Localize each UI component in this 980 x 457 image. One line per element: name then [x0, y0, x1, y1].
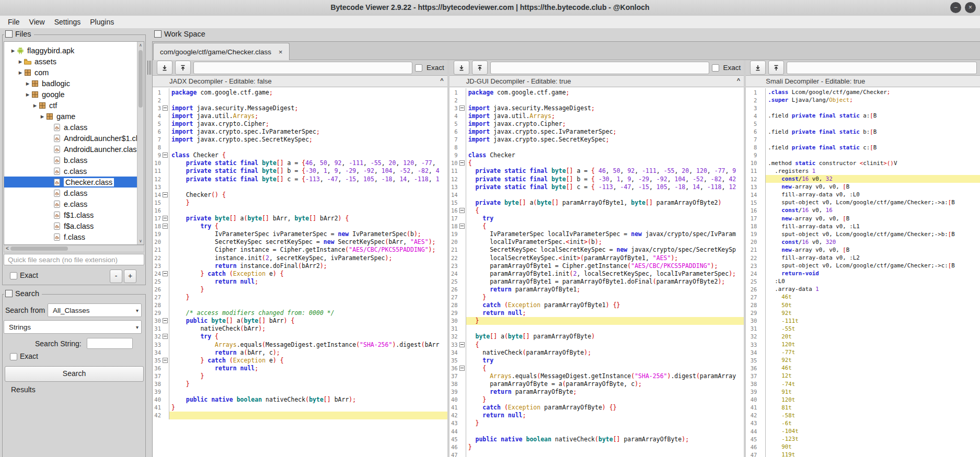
tree-item-d-class[interactable]: d.class — [4, 188, 137, 198]
code-line[interactable]: 23 return instance.doFinal(bArr2); — [153, 262, 447, 269]
code-editor-smali[interactable]: 1.class Lcom/google/ctf/game/Checker;2.s… — [746, 87, 980, 457]
pane-search-input[interactable] — [490, 62, 709, 74]
tree-item-com[interactable]: ▶com — [4, 67, 137, 78]
code-line[interactable]: 46 90t — [746, 443, 980, 451]
code-line[interactable]: 19 IvParameterSpec ivParameterSpec = new… — [153, 230, 447, 238]
search-string-input[interactable] — [87, 338, 133, 349]
code-line[interactable]: 24 return-void — [746, 269, 980, 277]
code-line[interactable]: 10{ — [449, 159, 744, 167]
tree-item-game[interactable]: ▶game — [4, 111, 137, 122]
code-line[interactable]: 29 92t — [746, 309, 980, 317]
tree-item-checker-class[interactable]: Checker.class — [4, 177, 144, 188]
code-line[interactable]: 45 public native boolean nativeCheck(byt… — [449, 435, 744, 443]
code-line[interactable]: 23 sput-object v0, Lcom/google/ctf/game/… — [746, 262, 980, 269]
code-line[interactable]: 2 — [153, 96, 447, 104]
code-line[interactable]: 41 81t — [746, 404, 980, 412]
fold-icon[interactable] — [163, 216, 168, 221]
code-line[interactable]: 22 instance.init(2, secretKeySpec, ivPar… — [153, 254, 447, 262]
expander-icon[interactable]: ▶ — [39, 114, 45, 119]
code-line[interactable]: 31 -55t — [746, 325, 980, 333]
code-line[interactable]: 1package com.google.ctf.game; — [153, 88, 447, 96]
code-line[interactable]: 39 — [153, 388, 447, 396]
code-line[interactable]: 31 nativeCheck(bArr); — [153, 325, 447, 333]
code-line[interactable]: 33 Arrays.equals(MessageDigest.getInstan… — [153, 341, 447, 348]
scroll-up-icon[interactable]: ∧ — [137, 42, 144, 49]
code-line[interactable]: 5import javax.crypto.Cipher; — [153, 120, 447, 127]
tree-item-e-class[interactable]: e.class — [4, 198, 137, 209]
tree-item-androidlauncher-1-class[interactable]: AndroidLauncher$1.class — [4, 133, 137, 144]
fold-icon[interactable] — [163, 358, 168, 363]
code-line[interactable]: 4.field private final static a:[B — [746, 112, 980, 120]
code-line[interactable]: 11 private static final byte[] a = { 46,… — [449, 167, 744, 175]
code-line[interactable]: 9class Checker { — [153, 151, 447, 159]
file-tree[interactable]: g.classf.classf$a.classf$1.classe.classd… — [4, 41, 144, 245]
code-line[interactable]: 26 return paramArrayOfByte1; — [449, 285, 744, 293]
scroll-down-icon[interactable]: ∨ — [137, 238, 144, 244]
code-line[interactable]: 11 .registers 1 — [746, 167, 980, 175]
code-line[interactable]: 5import javax.crypto.Cipher; — [449, 120, 744, 127]
scroll-left-icon[interactable]: < — [4, 245, 10, 252]
code-line[interactable]: 28 catch (Exception paramArrayOfByte1) {… — [449, 301, 744, 309]
code-line[interactable]: 29 /* access modifiers changed from: 000… — [153, 309, 447, 317]
close-icon[interactable]: × — [965, 2, 976, 13]
tab-close-icon[interactable]: × — [279, 48, 283, 56]
code-line[interactable]: 37 } — [153, 372, 447, 380]
fold-icon[interactable] — [459, 208, 465, 213]
code-line[interactable]: 18 try { — [153, 222, 447, 230]
code-line[interactable]: 12 private static final byte[] c = {-113… — [153, 175, 447, 183]
code-line[interactable]: 47 119t — [746, 451, 980, 457]
tree-horizontal-scrollbar[interactable]: < — [4, 245, 144, 252]
code-line[interactable]: 42 -58t — [746, 412, 980, 419]
code-line[interactable]: 15 } — [153, 198, 447, 206]
tree-item-google[interactable]: ▶google — [4, 89, 137, 100]
code-line[interactable]: 21 Cipher instance = Cipher.getInstance(… — [153, 246, 447, 254]
code-line[interactable]: 7import javax.crypto.spec.SecretKeySpec; — [449, 136, 744, 144]
expander-icon[interactable]: ▶ — [25, 92, 31, 97]
search-from-select[interactable]: All_Classes ▾ — [48, 303, 142, 317]
code-line[interactable]: 22 fill-array-data v0, :L2 — [746, 254, 980, 262]
exact-checkbox[interactable] — [10, 272, 17, 279]
code-line[interactable]: 6.field private final static b:[B — [746, 127, 980, 135]
fold-icon[interactable] — [459, 224, 465, 229]
fold-icon[interactable] — [163, 334, 168, 339]
fold-icon[interactable] — [459, 106, 465, 111]
code-line[interactable]: 2 — [449, 96, 744, 104]
search-prev-button[interactable] — [472, 61, 488, 75]
menu-file[interactable]: File — [3, 16, 25, 28]
code-line[interactable]: 28 — [153, 301, 447, 309]
code-line[interactable]: 33 { — [449, 341, 744, 348]
code-line[interactable]: 5 — [746, 120, 980, 127]
code-line[interactable]: 4import java.util.Arrays; — [153, 112, 447, 120]
search-prev-button[interactable] — [768, 61, 784, 75]
code-line[interactable]: 39 91t — [746, 388, 980, 396]
expander-icon[interactable]: ▶ — [25, 81, 31, 86]
code-line[interactable]: 47 — [449, 451, 744, 457]
code-line[interactable]: 11 private static final byte[] b = {-30,… — [153, 167, 447, 175]
code-line[interactable]: 12 private static final byte[] b = { -30… — [449, 175, 744, 183]
code-line[interactable]: 18 fill-array-data v0, :L1 — [746, 222, 980, 230]
code-line[interactable]: 15 sput-object v0, Lcom/google/ctf/game/… — [746, 198, 980, 206]
code-line[interactable]: 8 — [153, 144, 447, 151]
code-line[interactable]: 20 SecretKeySpec secretKeySpec = new Sec… — [153, 238, 447, 246]
tree-item-f-a-class[interactable]: f$a.class — [4, 220, 137, 231]
search-button[interactable]: Search — [5, 366, 144, 382]
code-line[interactable]: 35 try — [449, 356, 744, 364]
code-line[interactable]: 10.method static constructor <clinit>()V — [746, 159, 980, 167]
code-line[interactable]: 14 fill-array-data v0, :L0 — [746, 191, 980, 198]
code-line[interactable]: 15 private byte[] a(byte[] paramArrayOfB… — [449, 198, 744, 206]
code-line[interactable]: 8.field private final static c:[B — [746, 144, 980, 151]
tree-item-c-class[interactable]: c.class — [4, 166, 137, 177]
code-line[interactable]: 20 localIvParameterSpec.<init>(b); — [449, 238, 744, 246]
expander-icon[interactable]: ▶ — [32, 103, 38, 108]
code-line[interactable]: 30 public byte[] a(byte[] bArr) { — [153, 317, 447, 325]
fold-icon[interactable] — [459, 160, 465, 166]
expander-icon[interactable]: ▶ — [17, 59, 24, 64]
code-line[interactable]: 43 } — [449, 419, 744, 427]
code-line[interactable]: 17 try — [449, 215, 744, 222]
code-line[interactable]: 19 sput-object v0, Lcom/google/ctf/game/… — [746, 230, 980, 238]
pane-search-input[interactable] — [787, 62, 977, 74]
code-line[interactable]: 12 const/16 v0, 32 — [746, 175, 980, 183]
tree-item-assets[interactable]: ▶assets — [4, 56, 137, 67]
scrollbar-thumb[interactable] — [139, 50, 143, 108]
main-splitter[interactable] — [147, 28, 152, 457]
